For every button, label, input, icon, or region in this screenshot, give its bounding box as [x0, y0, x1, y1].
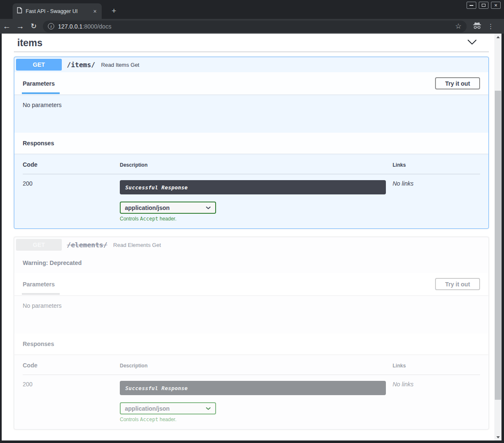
media-type-select[interactable]: application/json	[120, 402, 216, 414]
maximize-icon	[482, 4, 486, 7]
vertical-scrollbar[interactable]	[494, 34, 501, 440]
no-parameters-text: No parameters	[14, 94, 488, 133]
response-row: 200 Successful Response application/json…	[23, 375, 480, 422]
response-description-cell: Successful Response application/json Con…	[120, 381, 393, 422]
responses-table-head: Code Description Links	[23, 362, 480, 369]
opblock-get-items: GET /items/ Read Items Get Parameters Tr…	[14, 57, 489, 229]
page-favicon-icon	[17, 7, 22, 15]
responses-table-head: Code Description Links	[23, 161, 480, 168]
method-badge: GET	[16, 239, 62, 251]
window-controls: ×	[467, 2, 501, 9]
swagger-page: items GET /items/ Read Items Get Paramet…	[2, 34, 501, 440]
media-type-select[interactable]: application/json	[120, 202, 216, 214]
links-column-header: Links	[393, 362, 480, 369]
description-column-header: Description	[120, 161, 393, 168]
response-description-cell: Successful Response application/json Con…	[120, 180, 393, 222]
scroll-down-arrow[interactable]	[494, 434, 501, 440]
scrollbar-thumb[interactable]	[495, 91, 501, 400]
chevron-down-icon[interactable]	[467, 39, 489, 47]
tab-title: Fast API - Swagger UI	[26, 8, 89, 14]
parameters-tab[interactable]: Parameters	[23, 281, 55, 288]
browser-tab[interactable]: Fast API - Swagger UI ×	[13, 3, 102, 19]
address-bar[interactable]: i 127.0.0.1:8000/docs ☆	[43, 21, 467, 32]
incognito-icon	[472, 22, 482, 31]
tag-section-header[interactable]: items	[14, 37, 489, 49]
scroll-up-arrow[interactable]	[494, 34, 501, 40]
endpoint-summary: Read Elements Get	[113, 242, 161, 248]
responses-table: Code Description Links 200 Successful Re…	[14, 154, 488, 228]
minimize-button[interactable]	[467, 2, 476, 9]
response-row: 200 Successful Response application/json…	[23, 174, 480, 222]
responses-title: Responses	[23, 341, 54, 347]
endpoint-path: /items/	[67, 61, 95, 69]
url-path: :8000/docs	[82, 23, 111, 30]
endpoint-summary: Read Items Get	[101, 62, 139, 68]
method-badge: GET	[16, 59, 62, 71]
url-host: 127.0.0.1	[58, 23, 82, 30]
bookmark-star-icon[interactable]: ☆	[455, 22, 462, 31]
select-chevron-icon	[206, 206, 211, 210]
accept-header-note: Controls Accept header.	[120, 216, 393, 222]
media-type-value: application/json	[125, 204, 170, 211]
parameters-header: Parameters Try it out	[14, 273, 488, 295]
parameters-header: Parameters Try it out	[14, 72, 488, 94]
close-button[interactable]: ×	[491, 2, 501, 9]
no-links-text: No links	[393, 180, 480, 222]
reload-icon[interactable]: ↻	[27, 22, 40, 31]
code-column-header: Code	[23, 362, 120, 369]
response-code: 200	[23, 381, 120, 422]
no-parameters-text: No parameters	[14, 295, 488, 333]
select-chevron-icon	[206, 407, 211, 410]
browser-toolbar: ← → ↻ i 127.0.0.1:8000/docs ☆ ⋮	[0, 19, 504, 34]
accept-header-note: Controls Accept header.	[120, 417, 393, 422]
no-links-text: No links	[393, 381, 480, 422]
forward-icon[interactable]: →	[13, 22, 27, 31]
browser-menu-icon[interactable]: ⋮	[488, 23, 494, 30]
responses-table: Code Description Links 200 Successful Re…	[14, 354, 488, 429]
responses-header: Responses	[14, 333, 488, 354]
browser-window: Fast API - Swagger UI × + × ← → ↻ i 127.…	[0, 0, 504, 443]
media-type-value: application/json	[125, 405, 170, 412]
triangle-up-icon	[496, 36, 500, 38]
maximize-button[interactable]	[479, 2, 488, 9]
parameters-tab[interactable]: Parameters	[23, 80, 55, 87]
triangle-down-icon	[496, 436, 500, 438]
opblock-summary[interactable]: GET /elements/ Read Elements Get	[14, 237, 488, 252]
responses-title: Responses	[23, 140, 54, 147]
close-icon: ×	[494, 3, 498, 8]
response-description: Successful Response	[120, 381, 386, 395]
try-it-out-button[interactable]: Try it out	[435, 77, 480, 89]
back-icon[interactable]: ←	[0, 22, 13, 31]
url-text[interactable]: 127.0.0.1:8000/docs	[58, 23, 451, 30]
try-it-out-button[interactable]: Try it out	[435, 278, 480, 290]
site-info-icon[interactable]: i	[48, 23, 54, 29]
response-code: 200	[23, 180, 120, 222]
opblock-get-elements-deprecated: GET /elements/ Read Elements Get Warning…	[14, 237, 489, 430]
opblock-summary[interactable]: GET /items/ Read Items Get	[14, 57, 488, 72]
minimize-icon	[470, 5, 473, 6]
swagger-content: items GET /items/ Read Items Get Paramet…	[2, 37, 501, 430]
deprecated-warning: Warning: Deprecated	[14, 252, 488, 273]
tag-title: items	[14, 37, 42, 49]
tab-strip: Fast API - Swagger UI × + ×	[0, 0, 504, 19]
tab-close-icon[interactable]: ×	[92, 8, 98, 15]
links-column-header: Links	[393, 161, 480, 168]
section-divider	[14, 52, 489, 52]
code-column-header: Code	[23, 161, 120, 168]
description-column-header: Description	[120, 362, 393, 369]
new-tab-button[interactable]: +	[108, 5, 119, 16]
endpoint-path: /elements/	[67, 241, 107, 249]
response-description: Successful Response	[120, 180, 386, 194]
responses-header: Responses	[14, 133, 488, 154]
